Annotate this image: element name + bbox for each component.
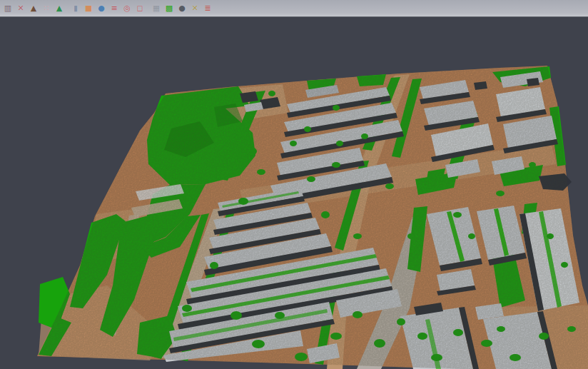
classification-colors-icon[interactable]: ▩ xyxy=(164,3,174,14)
terrain-model-icon[interactable]: ▲ xyxy=(54,3,64,14)
table-legend-icon[interactable]: ≡ xyxy=(109,3,119,14)
hillshade-surface-icon[interactable]: ▲ xyxy=(29,3,39,14)
viewport-3d-scene[interactable] xyxy=(0,0,588,369)
toolbar-group: ▦▩●✕≣ xyxy=(150,3,214,14)
point-cloud-display-icon[interactable]: ∷ xyxy=(41,3,51,14)
ortho-image-icon[interactable]: ■ xyxy=(83,3,93,14)
open-file-icon[interactable]: ▥ xyxy=(3,3,13,14)
application-window: ▥✕▲∷▲▮■●≡◎◻▦▩●✕≣ xyxy=(0,0,588,369)
import-points-icon[interactable]: ✕ xyxy=(16,3,26,14)
contour-lines-icon[interactable]: ≣ xyxy=(203,3,213,14)
measurement-icon[interactable]: ✕ xyxy=(190,3,200,14)
grid-view-icon[interactable]: ▦ xyxy=(151,3,161,14)
target-settings-icon[interactable]: ◎ xyxy=(122,3,132,14)
toolbar-group: ▮■●≡◎◻ xyxy=(69,3,146,14)
toolbar-group: ▥✕▲∷▲ xyxy=(1,3,66,14)
terrain-noise-texture xyxy=(0,0,588,369)
profile-window-icon[interactable]: ▮ xyxy=(71,3,81,14)
toolbar: ▥✕▲∷▲▮■●≡◎◻▦▩●✕≣ xyxy=(0,0,588,17)
render-sphere-icon[interactable]: ● xyxy=(177,3,187,14)
globe-3d-view-icon[interactable]: ● xyxy=(96,3,106,14)
zoom-extents-icon[interactable]: ◻ xyxy=(135,3,145,14)
